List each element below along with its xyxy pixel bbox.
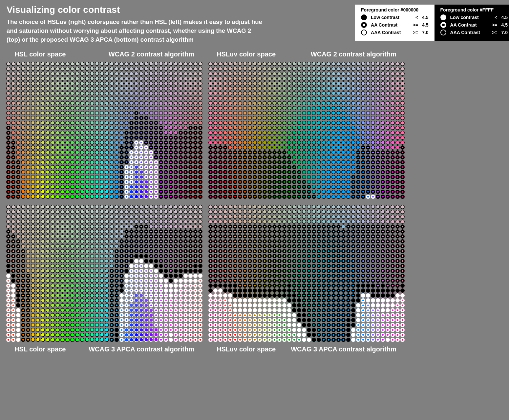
swatch bbox=[287, 229, 291, 234]
swatch bbox=[400, 106, 405, 110]
swatch bbox=[346, 264, 350, 268]
swatch bbox=[307, 81, 311, 86]
swatch bbox=[218, 298, 223, 303]
legend-label: AA Contrast bbox=[371, 22, 407, 28]
swatch bbox=[21, 170, 25, 174]
swatch bbox=[307, 175, 311, 179]
swatch bbox=[31, 323, 35, 327]
swatch bbox=[95, 86, 99, 91]
swatch bbox=[139, 165, 143, 169]
swatch bbox=[272, 264, 277, 268]
swatch bbox=[208, 76, 213, 81]
swatch bbox=[263, 308, 267, 312]
swatch bbox=[400, 150, 405, 155]
swatch bbox=[193, 264, 198, 268]
swatch bbox=[391, 81, 395, 86]
swatch bbox=[154, 180, 158, 184]
swatch bbox=[70, 160, 74, 164]
swatch bbox=[376, 288, 380, 293]
swatch bbox=[292, 76, 296, 81]
swatch bbox=[80, 249, 84, 253]
swatch bbox=[188, 229, 193, 234]
swatch bbox=[253, 220, 257, 224]
swatch bbox=[46, 86, 50, 91]
swatch bbox=[188, 96, 193, 100]
swatch bbox=[179, 175, 183, 179]
swatch bbox=[124, 284, 129, 288]
swatch bbox=[263, 328, 267, 332]
swatch bbox=[144, 185, 148, 189]
swatch bbox=[144, 96, 148, 100]
swatch bbox=[277, 239, 282, 243]
swatch bbox=[21, 131, 25, 135]
swatch bbox=[115, 155, 119, 159]
swatch bbox=[139, 136, 143, 140]
swatch bbox=[124, 72, 129, 76]
swatch bbox=[174, 210, 178, 214]
swatch bbox=[376, 170, 380, 174]
swatch bbox=[381, 284, 385, 288]
swatch bbox=[26, 259, 30, 263]
swatch bbox=[159, 140, 163, 145]
swatch bbox=[263, 239, 267, 243]
swatch bbox=[105, 269, 109, 273]
swatch bbox=[287, 220, 291, 224]
swatch bbox=[115, 293, 119, 298]
swatch bbox=[253, 249, 257, 253]
swatch bbox=[16, 279, 20, 283]
swatch bbox=[129, 67, 134, 71]
swatch bbox=[228, 81, 232, 86]
swatch bbox=[80, 328, 84, 332]
swatch bbox=[124, 210, 129, 214]
swatch bbox=[223, 131, 227, 135]
swatch bbox=[322, 205, 326, 209]
swatch bbox=[248, 205, 252, 209]
swatch bbox=[60, 308, 65, 312]
swatch bbox=[248, 81, 252, 86]
swatch bbox=[213, 155, 218, 159]
swatch bbox=[395, 165, 400, 169]
swatch bbox=[263, 116, 267, 120]
swatch bbox=[60, 229, 65, 234]
swatch bbox=[169, 72, 173, 76]
swatch bbox=[144, 318, 148, 322]
swatch bbox=[263, 338, 267, 342]
swatch bbox=[277, 259, 282, 263]
swatch bbox=[331, 249, 336, 253]
swatch bbox=[395, 318, 400, 322]
swatch bbox=[371, 298, 375, 303]
swatch bbox=[336, 298, 341, 303]
swatch bbox=[164, 244, 168, 248]
swatch bbox=[85, 293, 89, 298]
swatch bbox=[327, 298, 331, 303]
swatch bbox=[233, 111, 237, 115]
swatch bbox=[85, 308, 89, 312]
swatch bbox=[100, 145, 104, 150]
swatch bbox=[188, 254, 193, 258]
swatch bbox=[139, 195, 143, 199]
swatch bbox=[302, 269, 306, 273]
swatch bbox=[124, 288, 129, 293]
swatch bbox=[11, 239, 15, 243]
swatch bbox=[179, 121, 183, 125]
swatch bbox=[124, 140, 129, 145]
swatch bbox=[65, 170, 70, 174]
swatch bbox=[292, 259, 296, 263]
swatch bbox=[129, 279, 134, 283]
swatch bbox=[115, 224, 119, 229]
swatch bbox=[60, 333, 65, 337]
swatch bbox=[376, 121, 380, 125]
swatch bbox=[395, 239, 400, 243]
swatch bbox=[154, 303, 158, 307]
swatch bbox=[213, 284, 218, 288]
swatch bbox=[331, 106, 336, 110]
swatch bbox=[55, 86, 60, 91]
swatch bbox=[198, 131, 202, 135]
swatch bbox=[391, 185, 395, 189]
swatch bbox=[134, 239, 138, 243]
swatch bbox=[41, 338, 45, 342]
swatch bbox=[105, 150, 109, 155]
swatch bbox=[243, 210, 247, 214]
swatch bbox=[317, 150, 321, 155]
swatch bbox=[272, 91, 277, 95]
